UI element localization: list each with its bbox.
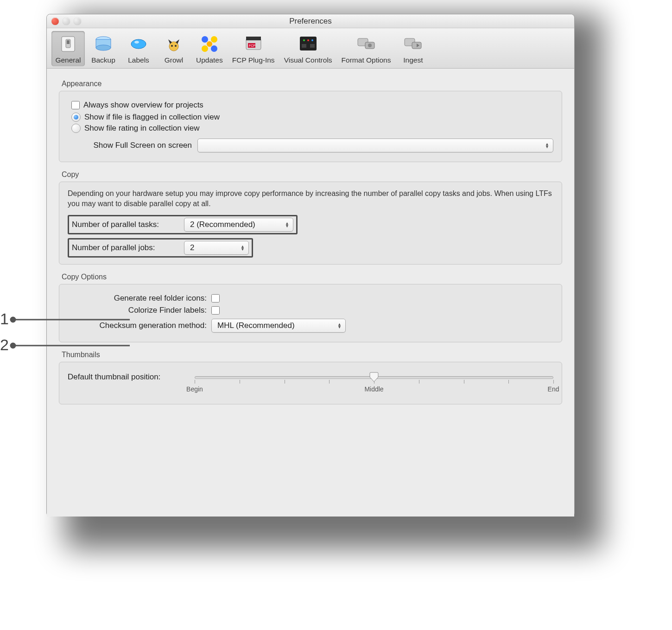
appearance-title: Appearance bbox=[62, 80, 562, 88]
parallel-jobs-select[interactable]: 2 ▲▼ bbox=[184, 241, 249, 255]
parallel-tasks-select[interactable]: 2 (Recommended) ▲▼ bbox=[184, 218, 293, 232]
thumbnails-title: Thumbnails bbox=[62, 351, 562, 359]
labels-icon bbox=[127, 33, 150, 55]
tab-ingest[interactable]: Ingest bbox=[396, 31, 430, 66]
visual-controls-icon bbox=[297, 33, 319, 55]
copy-group: Copy Depending on your hardware setup yo… bbox=[59, 170, 562, 265]
svg-point-25 bbox=[303, 39, 305, 41]
svg-point-1 bbox=[11, 317, 15, 322]
copy-options-group: Copy Options Generate reel folder icons:… bbox=[59, 273, 562, 342]
fcp-icon: FCP bbox=[242, 33, 265, 55]
svg-rect-6 bbox=[67, 40, 70, 44]
fullscreen-select[interactable]: ▲▼ bbox=[197, 139, 553, 152]
copy-description: Depending on your hardware setup you may… bbox=[68, 189, 553, 208]
svg-point-19 bbox=[207, 41, 212, 47]
checksum-method-select[interactable]: MHL (Recommended) ▲▼ bbox=[211, 319, 346, 333]
window-title: Preferences bbox=[289, 17, 332, 26]
minimize-icon[interactable] bbox=[63, 18, 70, 25]
svg-point-10 bbox=[131, 39, 146, 49]
zoom-icon[interactable] bbox=[74, 18, 81, 25]
svg-point-17 bbox=[202, 45, 208, 52]
thumbnail-position-label: Default thumbnail position: bbox=[68, 372, 188, 382]
slider-tick bbox=[419, 380, 419, 384]
svg-point-26 bbox=[307, 39, 309, 41]
thumbnails-group: Thumbnails Default thumbnail position: B… bbox=[59, 351, 562, 404]
callout-label-1: 1 bbox=[0, 310, 9, 328]
chevron-updown-icon: ▲▼ bbox=[545, 143, 549, 148]
copy-options-title: Copy Options bbox=[62, 273, 562, 281]
parallel-tasks-label: Number of parallel tasks: bbox=[72, 220, 179, 229]
preferences-toolbar: General Backup Labels Growl bbox=[47, 28, 574, 69]
slider-tick bbox=[553, 380, 554, 384]
growl-icon bbox=[163, 33, 185, 55]
preferences-window: Preferences General Backup Labels bbox=[46, 14, 575, 517]
show-flagged-label: Show if file is flagged in collection vi… bbox=[84, 113, 220, 122]
slider-tick bbox=[285, 380, 285, 384]
svg-rect-29 bbox=[310, 44, 315, 48]
svg-point-3 bbox=[11, 343, 15, 348]
ingest-icon bbox=[402, 33, 424, 55]
tab-visual-controls[interactable]: Visual Controls bbox=[280, 31, 336, 66]
tab-format-options[interactable]: Format Options bbox=[338, 31, 395, 66]
fullscreen-label: Show Full Screen on screen bbox=[68, 141, 192, 150]
thumbnail-position-slider[interactable]: BeginMiddleEnd bbox=[195, 372, 553, 390]
slider-tick bbox=[464, 380, 464, 384]
callout-label-2: 2 bbox=[0, 336, 9, 353]
close-icon[interactable] bbox=[51, 18, 59, 25]
tab-general[interactable]: General bbox=[51, 31, 85, 66]
svg-point-14 bbox=[175, 45, 177, 47]
reel-icons-label: Generate reel folder icons: bbox=[68, 294, 207, 303]
chevron-updown-icon: ▲▼ bbox=[337, 323, 342, 328]
tab-backup[interactable]: Backup bbox=[87, 31, 120, 66]
svg-point-11 bbox=[134, 41, 139, 44]
always-show-overview-label: Always show overview for projects bbox=[83, 101, 203, 110]
chevron-updown-icon: ▲▼ bbox=[285, 222, 289, 227]
slider-tick bbox=[240, 380, 240, 384]
slider-tick-label: Begin bbox=[186, 385, 203, 393]
chevron-updown-icon: ▲▼ bbox=[241, 245, 245, 251]
reel-icons-checkbox[interactable] bbox=[211, 294, 220, 302]
slider-tick bbox=[195, 380, 195, 384]
tab-labels[interactable]: Labels bbox=[122, 31, 155, 66]
checksum-method-label: Checksum generation method: bbox=[68, 321, 207, 330]
finder-labels-label: Colorize Finder labels: bbox=[68, 306, 207, 315]
parallel-jobs-row: Number of parallel jobs: 2 ▲▼ bbox=[68, 238, 253, 258]
general-icon bbox=[57, 33, 79, 55]
svg-point-13 bbox=[171, 45, 173, 47]
show-flagged-radio[interactable] bbox=[71, 113, 81, 122]
svg-point-32 bbox=[368, 44, 372, 47]
show-rating-label: Show file rating in collection view bbox=[84, 124, 200, 133]
svg-point-9 bbox=[96, 45, 111, 50]
finder-labels-checkbox[interactable] bbox=[211, 306, 220, 315]
parallel-jobs-label: Number of parallel jobs: bbox=[72, 243, 179, 252]
tab-fcp-plugins[interactable]: FCP FCP Plug-Ins bbox=[228, 31, 279, 66]
svg-rect-24 bbox=[300, 37, 317, 50]
svg-text:FCP: FCP bbox=[249, 44, 255, 47]
svg-point-16 bbox=[211, 36, 217, 43]
slider-tick bbox=[508, 380, 509, 384]
parallel-tasks-row: Number of parallel tasks: 2 (Recommended… bbox=[68, 215, 298, 234]
svg-point-18 bbox=[211, 45, 217, 52]
svg-point-27 bbox=[311, 39, 313, 41]
always-show-overview-checkbox[interactable] bbox=[71, 101, 80, 109]
slider-tick bbox=[329, 380, 330, 384]
tab-updates[interactable]: Updates bbox=[192, 31, 227, 66]
slider-tick-label: End bbox=[548, 385, 559, 393]
updates-icon bbox=[198, 33, 221, 55]
backup-icon bbox=[92, 33, 114, 55]
format-options-icon bbox=[355, 33, 377, 55]
svg-point-15 bbox=[202, 36, 208, 43]
slider-thumb[interactable] bbox=[369, 372, 379, 382]
appearance-group: Appearance Always show overview for proj… bbox=[59, 80, 562, 162]
slider-tick-label: Middle bbox=[364, 385, 383, 393]
titlebar: Preferences bbox=[47, 14, 574, 28]
copy-title: Copy bbox=[62, 170, 562, 179]
svg-rect-21 bbox=[246, 37, 261, 40]
svg-rect-28 bbox=[302, 44, 306, 48]
show-rating-radio[interactable] bbox=[71, 124, 81, 133]
tab-growl[interactable]: Growl bbox=[157, 31, 190, 66]
